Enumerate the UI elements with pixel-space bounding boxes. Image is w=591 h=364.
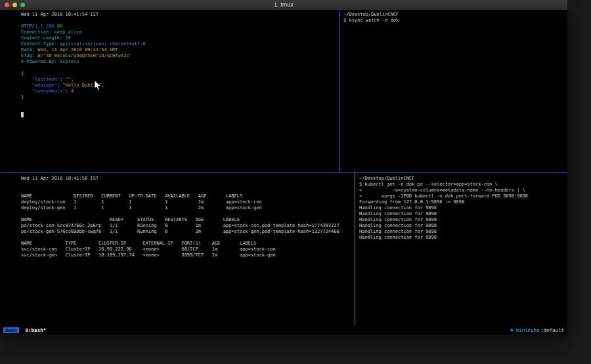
- terminal-line: svc/stock-con ClusterIP 10.99.222.96 <no…: [21, 247, 352, 253]
- window-tab-bash[interactable]: 0:bash*: [26, 327, 47, 333]
- terminal-line: [21, 211, 352, 217]
- terminal-line: deploy/stock-con 1 1 1 1 1m app=stock-co…: [21, 199, 352, 205]
- terminal-line: NAME READY STATUS RESTARTS AGE LABELS: [21, 217, 352, 223]
- pane-kubectl-resources[interactable]: Wed 11 Apr 2018 10:41:56 IST NAME DESIRE…: [0, 172, 355, 325]
- terminal-line: po/stock-gen-576cc688bb-swqf6 1/1 Runnin…: [21, 229, 352, 235]
- tmux-status-bar: demo 0:bash* ☸ minikube :default: [0, 325, 567, 334]
- terminal-line: Connection: keep-alive: [21, 30, 337, 35]
- terminal-line: po/stock-con-5cc874766c-2p6rp 1/1 Runnin…: [21, 223, 352, 229]
- bottom-pane-row: Wed 11 Apr 2018 10:41:56 IST NAME DESIRE…: [0, 172, 567, 325]
- terminal-line: Handling connection for 9898: [359, 217, 565, 223]
- terminal-line: [21, 100, 337, 106]
- terminal-line: Wed 11 Apr 2018 10:41:54 IST: [21, 12, 337, 18]
- terminal-line: [21, 106, 337, 112]
- terminal-line: [21, 235, 352, 241]
- terminal-line: $ kubectl get -n dok po --selector=app=s…: [359, 182, 565, 188]
- terminal-line: NAME DESIRED CURRENT UP-TO-DATE AVAILABL…: [21, 193, 352, 199]
- terminal-line: svc/stock-gen ClusterIP 10.109.197.74 <n…: [21, 253, 352, 258]
- terminal-line: HTTP/1.1 200 OK: [21, 24, 337, 30]
- pane-port-forward[interactable]: ~/Desktop/DublinCNCF$ kubectl get -n dok…: [355, 172, 567, 325]
- terminal-line: ~/Desktop/DublinCNCF: [359, 176, 565, 182]
- terminal-line: [21, 182, 352, 188]
- mouse-cursor-icon: [94, 80, 102, 92]
- terminal-line: "numsymbols": 4: [21, 89, 337, 94]
- terminal-line: Forwarding from 127.0.0.1:9898 -> 9898: [359, 199, 565, 205]
- terminal-line: [21, 188, 352, 193]
- window-title: 1. tmux: [0, 0, 567, 10]
- kube-namespace: :default: [540, 327, 564, 333]
- terminal-line: Content-Type: application/json; charset=…: [21, 41, 337, 47]
- terminal-line: Content-Length: 56: [21, 35, 337, 41]
- terminal-line: Handling connection for 9898: [359, 211, 565, 217]
- window-titlebar[interactable]: 1. tmux: [0, 0, 567, 10]
- terminal-line: Date: Wed, 11 Apr 2018 09:41:54 GMT: [21, 47, 337, 53]
- terminal-line: Handling connection for 9898: [359, 229, 565, 235]
- kubernetes-helm-icon: ☸: [510, 327, 514, 333]
- terminal-line: "message": "Hello Dublin",: [21, 83, 337, 89]
- top-pane-row: Wed 11 Apr 2018 10:41:54 IST HTTP/1.1 20…: [0, 10, 567, 172]
- terminal-line: {: [21, 71, 337, 77]
- terminal-line: Handling connection for 9898: [359, 205, 565, 211]
- terminal-line: X-Powered-By: Express: [21, 59, 337, 65]
- terminal-line: $ ksync watch -n dok: [343, 18, 565, 24]
- pane-ksync-watch[interactable]: ~/Desktop/DublinCNCF$ ksync watch -n dok: [340, 10, 567, 172]
- terminal-line: [21, 18, 337, 24]
- terminal-line: }: [21, 94, 337, 100]
- status-right: ☸ minikube :default: [510, 327, 564, 333]
- status-left: demo 0:bash*: [3, 327, 46, 333]
- terminal-line: deploy/stock-gen 1 1 1 1 2m app=stock-ge…: [21, 205, 352, 211]
- terminal-line: ~/Desktop/DublinCNCF: [343, 12, 565, 18]
- minimize-button[interactable]: [12, 3, 17, 7]
- close-button[interactable]: [5, 3, 9, 7]
- terminal-line: Wed 11 Apr 2018 10:41:56 IST: [21, 176, 352, 182]
- terminal-window: 1. tmux Wed 11 Apr 2018 10:41:54 IST HTT…: [0, 0, 567, 334]
- terminal-line: Handling connection for 9898: [359, 223, 565, 229]
- pane-http-response[interactable]: Wed 11 Apr 2018 10:41:54 IST HTTP/1.1 20…: [0, 10, 339, 172]
- tmux-terminal: Wed 11 Apr 2018 10:41:54 IST HTTP/1.1 20…: [0, 10, 567, 334]
- terminal-line: [21, 112, 337, 118]
- terminal-line: > xargs -IPOD kubectl -n dok port-forwar…: [359, 193, 565, 199]
- traffic-lights: [0, 3, 25, 7]
- terminal-line: "lastseen": "",: [21, 77, 337, 83]
- terminal-line: Handling connection for 9898: [359, 235, 565, 241]
- terminal-line: NAME TYPE CLUSTER-IP EXTERNAL-IP PORT(S)…: [21, 241, 352, 247]
- terminal-line: [21, 65, 337, 71]
- session-name-badge: demo: [3, 327, 19, 333]
- terminal-line: ETag: W/"38-05coCsrg3mQ75sHr1d/qcWTwYZc": [21, 53, 337, 59]
- kube-context: minikube: [516, 327, 540, 333]
- zoom-button[interactable]: [20, 3, 25, 7]
- terminal-line: > -o=custom-columns=metadata.name --no-h…: [359, 188, 565, 193]
